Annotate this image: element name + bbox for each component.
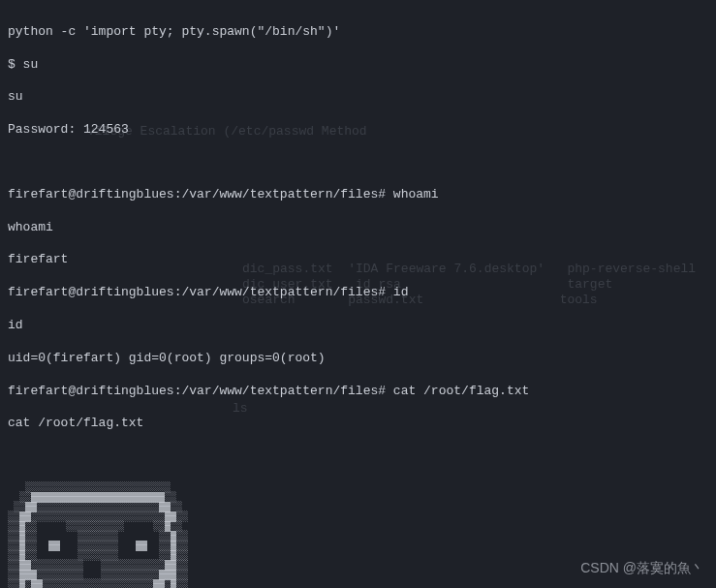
terminal-line: $ su [8, 57, 708, 74]
terminal-line: firefart@driftingblues:/var/www/textpatt… [8, 285, 708, 301]
terminal-line: Password: 124563 [8, 122, 708, 139]
terminal-line: id [8, 318, 708, 334]
terminal-line: firefart@driftingblues:/var/www/textpatt… [8, 187, 708, 203]
terminal-line: python -c 'import pty; pty.spawn("/bin/s… [8, 24, 708, 41]
terminal-line: firefart [8, 252, 708, 268]
terminal-blank-line [8, 449, 708, 465]
terminal-line [8, 155, 708, 170]
terminal-line: whoami [8, 220, 708, 236]
terminal-line: firefart@driftingblues:/var/www/textpatt… [8, 384, 708, 400]
terminal-line: uid=0(firefart) gid=0(root) groups=0(roo… [8, 351, 708, 367]
terminal-output[interactable]: python -c 'import pty; pty.spawn("/bin/s… [8, 8, 708, 588]
csdn-watermark: CSDN @落寞的魚丶 [580, 559, 704, 576]
terminal-line: su [8, 89, 708, 106]
terminal-line: cat /root/flag.txt [8, 416, 708, 432]
